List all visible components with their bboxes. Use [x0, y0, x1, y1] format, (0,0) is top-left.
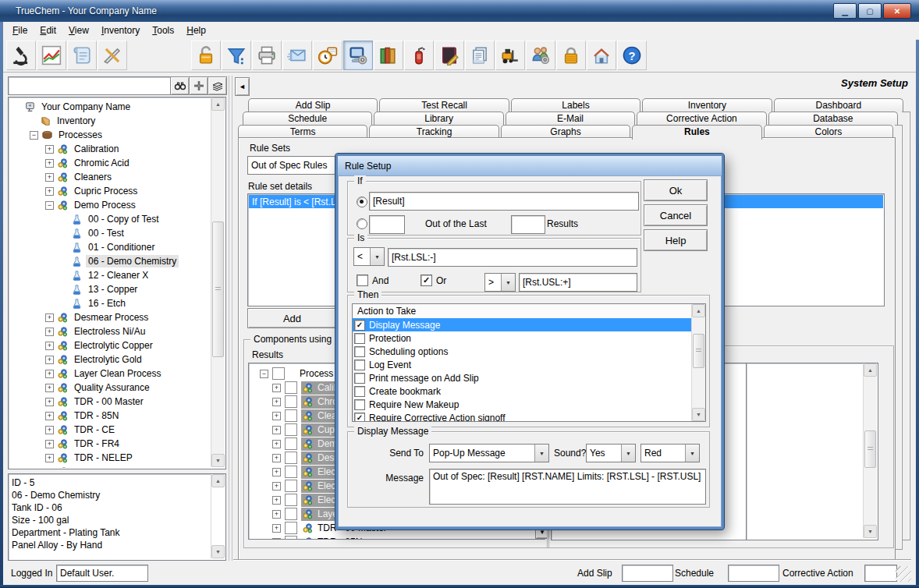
ok-button[interactable]: Ok [644, 179, 708, 201]
menu-file[interactable]: File [6, 23, 34, 38]
checkbox[interactable] [285, 466, 297, 478]
tree-item-calibration[interactable]: +Calibration [9, 142, 211, 156]
tree-item-12-cleaner-x[interactable]: 12 - Cleaner X [9, 268, 211, 282]
count-field[interactable] [369, 215, 405, 234]
tree-item-inventory[interactable]: Inventory [9, 114, 211, 128]
action-item-require-new-makeup[interactable]: Require New Makeup [353, 398, 691, 411]
tree-item-tdr-ce[interactable]: +TDR - CE [9, 423, 211, 437]
results-scrollbar[interactable]: ▲ ▼ [863, 363, 877, 538]
checkbox[interactable] [285, 494, 297, 506]
expand-icon[interactable]: + [45, 426, 54, 434]
printer-button[interactable] [252, 41, 282, 70]
tree-item-tdr-fr4[interactable]: +TDR - FR4 [9, 437, 211, 451]
scroll-down-icon[interactable]: ▼ [692, 408, 705, 421]
minimize-button[interactable]: ▁ [833, 3, 857, 19]
tab-corrective-action[interactable]: Corrective Action [637, 112, 766, 125]
notebook-button[interactable] [435, 41, 464, 70]
tree-item-06-demo-chemistry[interactable]: 06 - Demo Chemistry [9, 254, 211, 268]
expand-icon[interactable]: + [45, 328, 54, 336]
checkbox[interactable] [285, 437, 297, 450]
checkbox[interactable] [285, 536, 297, 540]
checkbox[interactable] [285, 522, 297, 534]
operand2-field[interactable]: [Rst.USL:+] [519, 273, 637, 292]
action-item-protection[interactable]: Protection [353, 331, 691, 345]
or-checkbox[interactable] [420, 275, 432, 286]
tree-item-tdr-nelep[interactable]: +TDR - NELEP [9, 451, 211, 465]
checkbox[interactable] [285, 409, 297, 422]
checkbox[interactable] [285, 395, 297, 408]
tree-item-tdr-85n[interactable]: +TDR - 85N [9, 409, 211, 423]
expand-icon[interactable]: + [45, 313, 54, 322]
send-to-combo[interactable]: Pop-Up Message ▼ [429, 444, 549, 462]
books-button[interactable] [374, 41, 403, 70]
tree-item-00-test[interactable]: 00 - Test [9, 226, 211, 240]
tab-library[interactable]: Library [374, 112, 503, 125]
info-scrollbar[interactable]: ▲ ▼ [211, 474, 225, 558]
tree-item-your-company-name[interactable]: Your Company Name [9, 100, 211, 114]
chevron-down-icon[interactable]: ▼ [501, 274, 515, 291]
checkbox[interactable] [354, 373, 365, 384]
tab-test-recall[interactable]: Test Recall [379, 98, 509, 112]
forklift-button[interactable] [495, 41, 525, 70]
close-button[interactable]: ✕ [883, 3, 911, 19]
menu-help[interactable]: Help [180, 23, 212, 38]
chevron-down-icon[interactable]: ▼ [370, 248, 384, 265]
if-expression-field[interactable]: [Result] [369, 192, 639, 211]
action-list-scrollbar[interactable]: ▲ ▼ [691, 304, 705, 421]
tree-item-electroless-ni-au[interactable]: +Electroless Ni/Au [9, 324, 211, 338]
checkbox[interactable] [354, 320, 365, 331]
tab-colors[interactable]: Colors [764, 125, 893, 138]
expand-icon[interactable]: + [272, 482, 281, 491]
tree-item-tdr-nelsl[interactable]: +TDR - NELSL [9, 465, 211, 468]
tab-add-slip[interactable]: Add Slip [248, 98, 378, 112]
checkbox[interactable] [354, 333, 365, 344]
tree-item-tdr-00-master[interactable]: +TDR - 00 Master [9, 395, 211, 409]
action-item-print-message-on-add-slip[interactable]: Print message on Add Slip [353, 371, 691, 384]
tab-dashboard[interactable]: Dashboard [774, 98, 903, 112]
tree-item-cleaners[interactable]: +Cleaners [9, 170, 211, 184]
lock-button[interactable] [556, 41, 586, 70]
menu-inventory[interactable]: Inventory [95, 23, 146, 38]
resize-grip[interactable] [896, 566, 911, 582]
expand-icon[interactable]: + [272, 468, 281, 476]
trend-chart-button[interactable] [37, 41, 66, 70]
expand-icon[interactable]: + [272, 426, 281, 434]
scroll-up-icon[interactable]: ▲ [211, 97, 225, 111]
action-item-display-message[interactable]: Display Message [353, 318, 691, 331]
tab-rules[interactable]: Rules [632, 125, 761, 140]
sound-combo[interactable]: Yes ▼ [586, 444, 636, 462]
chevron-down-icon[interactable]: ▼ [621, 445, 635, 462]
expand-icon[interactable]: + [272, 496, 281, 505]
operand1-field[interactable]: [Rst.LSL:-] [388, 248, 637, 267]
expand-icon[interactable]: + [45, 145, 54, 154]
expand-icon[interactable]: + [45, 159, 54, 168]
scroll-thumb[interactable] [693, 334, 704, 368]
collapse-icon[interactable]: − [30, 131, 38, 140]
microscope-button[interactable] [6, 41, 36, 70]
checkbox[interactable] [285, 381, 297, 394]
expand-icon[interactable]: + [272, 398, 281, 406]
action-item-require-corrective-action-signoff[interactable]: Require Corrective Action signoff [353, 411, 691, 422]
tree-item-processes[interactable]: −Processes [9, 128, 211, 142]
tree-item-electrolytic-copper[interactable]: +Electrolytic Copper [9, 338, 211, 352]
collapse-all-button[interactable] [208, 76, 227, 95]
users-gear-button[interactable] [526, 41, 555, 70]
operator2-combo[interactable]: > ▼ [484, 273, 516, 292]
collapse-icon[interactable]: − [260, 370, 268, 378]
tree-item-01-conditioner[interactable]: 01 - Conditioner [9, 240, 211, 254]
menu-view[interactable]: View [62, 23, 95, 38]
tab-database[interactable]: Database [768, 112, 898, 125]
collapse-icon[interactable]: − [45, 201, 54, 210]
result-radio[interactable] [357, 197, 367, 207]
unlock-button[interactable] [191, 41, 221, 70]
scroll-up-icon[interactable]: ▲ [692, 304, 705, 317]
checkbox[interactable] [354, 413, 365, 423]
expand-icon[interactable]: + [45, 173, 54, 182]
checkbox[interactable] [285, 452, 297, 464]
help-button[interactable]: Help [644, 229, 708, 251]
expand-icon[interactable]: + [45, 356, 54, 364]
scroll-up-icon[interactable]: ▲ [864, 363, 877, 377]
checkbox[interactable] [354, 386, 365, 397]
color-combo[interactable]: Red ▼ [640, 444, 700, 462]
send-mail-button[interactable] [282, 41, 312, 70]
